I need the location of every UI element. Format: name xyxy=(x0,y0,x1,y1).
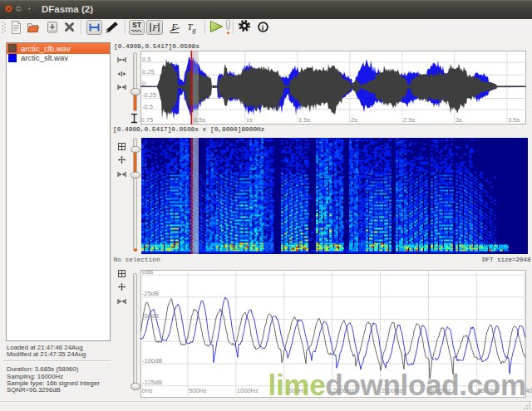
svg-text:g: g xyxy=(193,27,196,34)
svg-text:i: i xyxy=(262,23,264,32)
svg-text:ST: ST xyxy=(132,21,142,29)
svg-text:F: F xyxy=(151,23,158,32)
